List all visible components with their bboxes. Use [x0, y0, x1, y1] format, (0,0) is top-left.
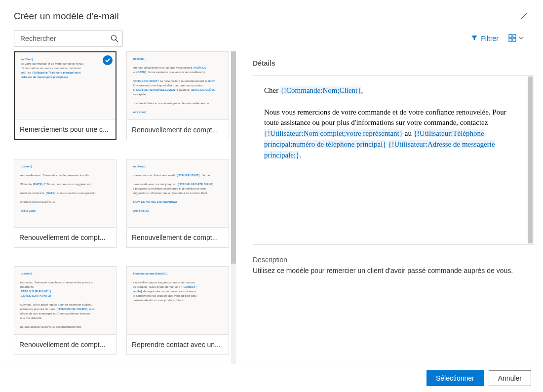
svg-rect-2: [509, 35, 512, 38]
selected-check-icon: [103, 55, 113, 65]
template-card-label: Renouvellement de compt...: [14, 228, 116, 247]
template-thumbnail: Nom du compte;client(e)}, s nouvelles de…: [127, 267, 229, 335]
preview-text: ,: [361, 86, 363, 94]
template-gallery: m;Client}, de votre commande et de votre…: [14, 51, 229, 364]
dialog-body: m;Client}, de votre commande et de votre…: [0, 51, 543, 364]
svg-line-1: [116, 40, 118, 42]
preview-text: Nous vous remercions de votre commande e…: [264, 108, 506, 127]
svg-point-0: [112, 36, 116, 40]
cancel-button[interactable]: Annuler: [489, 370, 531, 386]
dialog-footer: Sélectionner Annuler: [0, 364, 543, 392]
description-heading: Description: [253, 256, 534, 264]
preview-text: Cher: [264, 86, 280, 94]
merge-field: {!Utilisateur:Nom complet;votre représen…: [264, 129, 403, 137]
template-card[interactable]: Nom du compte;client(e)}, s nouvelles de…: [126, 266, 229, 355]
details-heading: Détails: [253, 59, 534, 67]
filter-label: Filtrer: [481, 35, 499, 42]
close-icon[interactable]: [518, 11, 529, 24]
template-card-label: Renouvellement de compt...: [14, 335, 116, 354]
description-text: Utilisez ce modèle pour remercier un cli…: [253, 267, 534, 274]
template-thumbnail: ur;client}, renouvellement. J'aimerais v…: [14, 159, 116, 228]
template-thumbnail: m;client}, ir avec nous et d'avoir renou…: [127, 159, 229, 228]
select-button[interactable]: Sélectionner: [427, 370, 484, 386]
dialog-title: Créer un modèle d'e-mail: [14, 11, 119, 22]
template-card[interactable]: m;client}, ir avec nous et d'avoir renou…: [126, 159, 229, 248]
template-card[interactable]: m;Client}, de votre commande et de votre…: [14, 51, 116, 140]
svg-rect-5: [513, 39, 516, 41]
template-card-label: Renouvellement de compt...: [127, 228, 229, 247]
template-card[interactable]: m;client}, intenant officiellement un an…: [126, 51, 229, 140]
template-card-label: Reprendre contact avec un...: [127, 335, 229, 354]
toolbar: Filtrer: [0, 31, 543, 51]
chevron-down-icon: [518, 35, 524, 42]
email-template-dialog: Créer un modèle d'e-mail Filtrer: [0, 0, 543, 392]
template-thumbnail: m;client}, intenant officiellement un an…: [127, 52, 229, 120]
preview-text: .: [299, 151, 301, 159]
search-wrap: [14, 31, 122, 46]
template-card[interactable]: ur;client}, iscussion. J'aimerais vous f…: [14, 266, 116, 355]
viewmode-button[interactable]: [505, 32, 527, 45]
details-panel: Détails Cher {!Commande:Nom;Client}, Nou…: [240, 51, 534, 364]
dialog-header: Créer un modèle d'e-mail: [0, 0, 543, 31]
template-gallery-wrap: m;Client}, de votre commande et de votre…: [14, 51, 236, 364]
merge-field: {!Commande:Nom;Client}: [280, 86, 361, 94]
grid-icon: [508, 34, 516, 43]
template-preview: Cher {!Commande:Nom;Client}, Nous vous r…: [253, 75, 534, 245]
svg-rect-4: [509, 39, 512, 41]
search-input[interactable]: [14, 31, 122, 46]
preview-text: au: [403, 129, 414, 137]
search-icon[interactable]: [111, 35, 118, 42]
scroll-thumb[interactable]: [528, 77, 533, 243]
svg-rect-3: [513, 35, 516, 38]
scroll-thumb[interactable]: [231, 51, 236, 264]
filter-button[interactable]: Filtrer: [468, 33, 502, 45]
gallery-scrollbar[interactable]: [231, 51, 236, 364]
template-card-label: Renouvellement de compt...: [127, 120, 229, 140]
template-thumbnail: ur;client}, iscussion. J'aimerais vous f…: [14, 267, 116, 335]
preview-scrollbar[interactable]: [528, 77, 533, 243]
filter-icon: [471, 35, 478, 43]
template-card[interactable]: ur;client}, renouvellement. J'aimerais v…: [14, 159, 116, 248]
template-card-label: Remerciements pour une c...: [15, 119, 116, 139]
template-thumbnail: m;Client}, de votre commande et de votre…: [15, 52, 116, 119]
